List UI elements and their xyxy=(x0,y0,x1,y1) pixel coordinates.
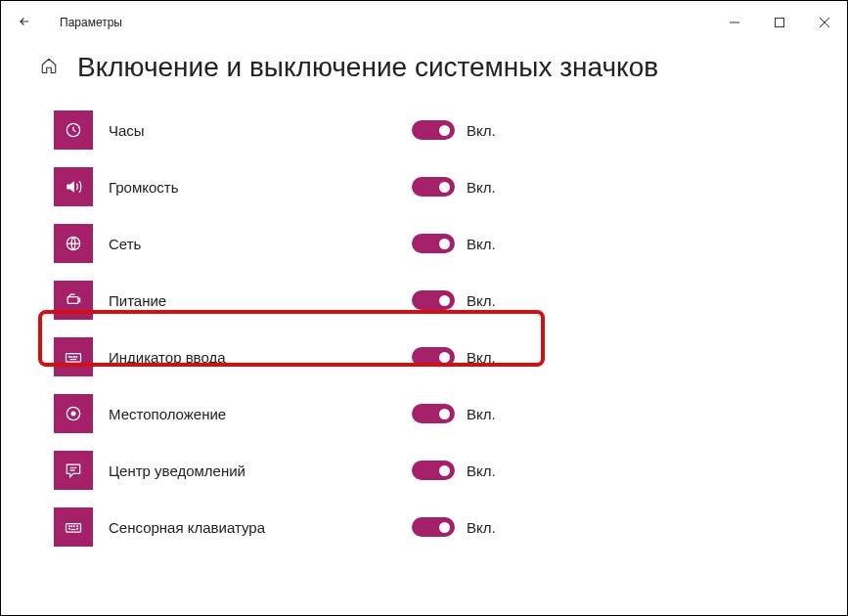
back-button[interactable] xyxy=(13,15,36,31)
setting-row-clock: ЧасыВкл. xyxy=(54,110,808,150)
svg-point-23 xyxy=(77,528,78,529)
titlebar: Параметры xyxy=(1,1,847,44)
svg-point-8 xyxy=(68,357,69,358)
setting-row-action-center: Центр уведомленийВкл. xyxy=(54,451,808,490)
toggle-network[interactable] xyxy=(412,234,455,253)
setting-label: Громкость xyxy=(109,179,412,196)
svg-point-20 xyxy=(73,526,74,527)
setting-row-location: МестоположениеВкл. xyxy=(54,394,808,433)
svg-rect-1 xyxy=(776,19,784,27)
toggle-state-label: Вкл. xyxy=(467,122,496,139)
toggle-volume[interactable] xyxy=(412,177,455,197)
toggle-input-indicator[interactable] xyxy=(412,347,455,367)
page-header: Включение и выключение системных значков xyxy=(40,52,808,83)
content-area: Включение и выключение системных значков… xyxy=(1,44,847,547)
toggle-state-label: Вкл. xyxy=(467,349,496,366)
toggle-knob xyxy=(439,182,450,193)
window-controls xyxy=(712,7,847,38)
toggle-knob xyxy=(439,409,450,419)
toggle-state-label: Вкл. xyxy=(467,406,496,422)
setting-label: Сеть xyxy=(109,236,412,252)
toggle-knob xyxy=(439,352,450,363)
toggle-knob xyxy=(439,522,450,533)
app-title: Параметры xyxy=(60,16,122,29)
svg-point-22 xyxy=(68,528,69,529)
setting-row-volume: ГромкостьВкл. xyxy=(54,167,808,206)
svg-rect-7 xyxy=(67,354,81,362)
toggle-touch-keyboard[interactable] xyxy=(412,517,455,537)
toggle-state-label: Вкл. xyxy=(467,236,496,252)
svg-rect-17 xyxy=(67,524,81,532)
home-icon[interactable] xyxy=(40,57,58,79)
location-icon xyxy=(54,394,93,433)
close-button[interactable] xyxy=(802,7,847,38)
toggle-power[interactable] xyxy=(412,290,455,310)
clock-icon xyxy=(54,110,93,150)
setting-label: Сенсорная клавиатура xyxy=(109,519,412,536)
svg-point-10 xyxy=(73,357,74,358)
setting-row-input-indicator: Индикатор вводаВкл. xyxy=(54,337,808,376)
minimize-button[interactable] xyxy=(712,7,757,38)
toggle-state-label: Вкл. xyxy=(467,292,496,309)
settings-list: ЧасыВкл.ГромкостьВкл.СетьВкл.ПитаниеВкл.… xyxy=(40,110,808,547)
action-center-icon xyxy=(54,451,93,490)
toggle-state-label: Вкл. xyxy=(467,179,496,196)
svg-point-9 xyxy=(71,357,72,358)
maximize-button[interactable] xyxy=(757,7,802,38)
network-icon xyxy=(54,224,93,263)
setting-label: Питание xyxy=(109,292,412,309)
toggle-state-label: Вкл. xyxy=(467,519,496,536)
touch-keyboard-icon xyxy=(54,507,93,547)
toggle-clock[interactable] xyxy=(412,120,455,140)
svg-point-14 xyxy=(71,412,76,417)
titlebar-left: Параметры xyxy=(13,15,122,31)
svg-point-21 xyxy=(77,526,78,527)
setting-label: Местоположение xyxy=(109,406,412,422)
toggle-knob xyxy=(439,239,450,249)
svg-rect-6 xyxy=(67,297,78,304)
setting-label: Центр уведомлений xyxy=(109,462,412,479)
toggle-location[interactable] xyxy=(412,404,455,423)
toggle-action-center[interactable] xyxy=(412,461,455,480)
input-indicator-icon xyxy=(54,337,93,376)
setting-row-network: СетьВкл. xyxy=(54,224,808,263)
svg-point-18 xyxy=(68,526,69,527)
setting-label: Индикатор ввода xyxy=(109,349,412,366)
toggle-knob xyxy=(439,125,450,136)
svg-point-11 xyxy=(76,357,77,358)
power-icon xyxy=(54,281,93,320)
volume-icon xyxy=(54,167,93,206)
toggle-knob xyxy=(439,465,450,476)
toggle-knob xyxy=(439,295,450,306)
setting-row-touch-keyboard: Сенсорная клавиатураВкл. xyxy=(54,507,808,547)
toggle-state-label: Вкл. xyxy=(467,462,496,479)
page-title: Включение и выключение системных значков xyxy=(77,52,658,83)
svg-point-19 xyxy=(71,526,72,527)
setting-label: Часы xyxy=(109,122,412,139)
setting-row-power: ПитаниеВкл. xyxy=(54,281,808,320)
